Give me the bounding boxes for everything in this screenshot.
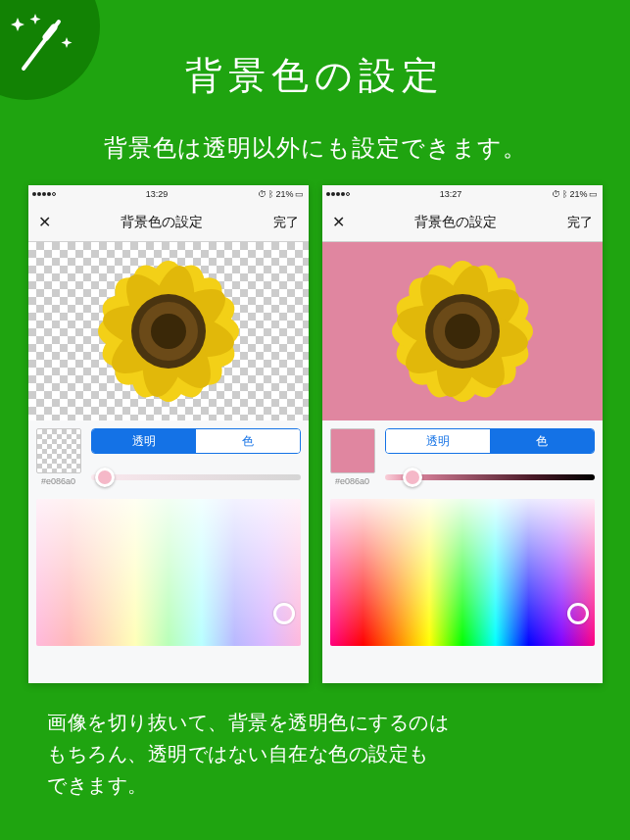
hero-subtitle: 背景色は透明以外にも設定できます。	[0, 132, 630, 164]
close-button[interactable]: ✕	[38, 213, 51, 231]
slider-thumb[interactable]	[95, 468, 115, 487]
footer-line: できます。	[47, 769, 583, 801]
segment-transparent[interactable]: 透明	[386, 429, 490, 453]
spectrum-cursor[interactable]	[273, 603, 295, 624]
nav-title: 背景色の設定	[414, 214, 497, 231]
mode-segment: 透明 色	[91, 428, 301, 454]
color-spectrum[interactable]	[330, 499, 595, 646]
alarm-icon: ⏱	[258, 189, 267, 199]
hex-label: #e086a0	[330, 476, 375, 486]
brightness-slider[interactable]	[91, 468, 301, 487]
image-preview[interactable]	[28, 242, 309, 420]
segment-transparent[interactable]: 透明	[92, 429, 196, 453]
phone-mock-solid: 13:27 ⏱ ᛒ 21% ▭ ✕ 背景色の設定 完了	[322, 185, 603, 683]
bluetooth-icon: ᛒ	[268, 189, 273, 199]
status-time: 13:29	[146, 189, 169, 199]
brightness-slider[interactable]	[385, 468, 595, 487]
battery-icon: ▭	[589, 189, 598, 199]
done-button[interactable]: 完了	[567, 214, 593, 231]
svg-line-1	[46, 27, 54, 37]
segment-color[interactable]: 色	[196, 429, 300, 453]
hex-label: #e086a0	[36, 476, 81, 486]
nav-bar: ✕ 背景色の設定 完了	[322, 203, 603, 242]
slider-thumb[interactable]	[403, 468, 422, 487]
sunflower-image	[364, 242, 560, 420]
battery-icon: ▭	[295, 189, 304, 199]
mode-segment: 透明 色	[385, 428, 595, 454]
status-bar: 13:29 ⏱ ᛒ 21% ▭	[28, 185, 309, 203]
signal-dots-icon	[32, 192, 56, 196]
color-spectrum[interactable]	[36, 499, 301, 646]
close-button[interactable]: ✕	[332, 213, 345, 231]
spectrum-cursor[interactable]	[567, 603, 589, 624]
color-swatch[interactable]	[330, 428, 375, 473]
alarm-icon: ⏱	[552, 189, 560, 199]
footer-description: 画像を切り抜いて、背景を透明色にするのは もちろん、透明ではない自在な色の設定も…	[47, 707, 583, 801]
bluetooth-icon: ᛒ	[562, 189, 567, 199]
svg-point-16	[151, 314, 186, 349]
svg-point-31	[445, 314, 480, 349]
footer-line: 画像を切り抜いて、背景を透明色にするのは	[47, 707, 583, 738]
footer-line: もちろん、透明ではない自在な色の設定も	[47, 738, 583, 769]
segment-color[interactable]: 色	[490, 429, 594, 453]
nav-title: 背景色の設定	[121, 214, 203, 231]
status-bar: 13:27 ⏱ ᛒ 21% ▭	[322, 185, 603, 203]
signal-dots-icon	[326, 192, 350, 196]
image-preview[interactable]	[322, 242, 603, 420]
status-time: 13:27	[440, 189, 462, 199]
color-swatch[interactable]	[36, 428, 81, 473]
sunflower-image	[71, 242, 267, 420]
phone-mock-transparent: 13:29 ⏱ ᛒ 21% ▭ ✕ 背景色の設定 完了	[28, 185, 309, 683]
battery-percent: 21%	[569, 189, 587, 199]
battery-percent: 21%	[275, 189, 293, 199]
done-button[interactable]: 完了	[273, 214, 299, 231]
magic-wand-icon	[10, 14, 78, 82]
nav-bar: ✕ 背景色の設定 完了	[28, 203, 309, 242]
